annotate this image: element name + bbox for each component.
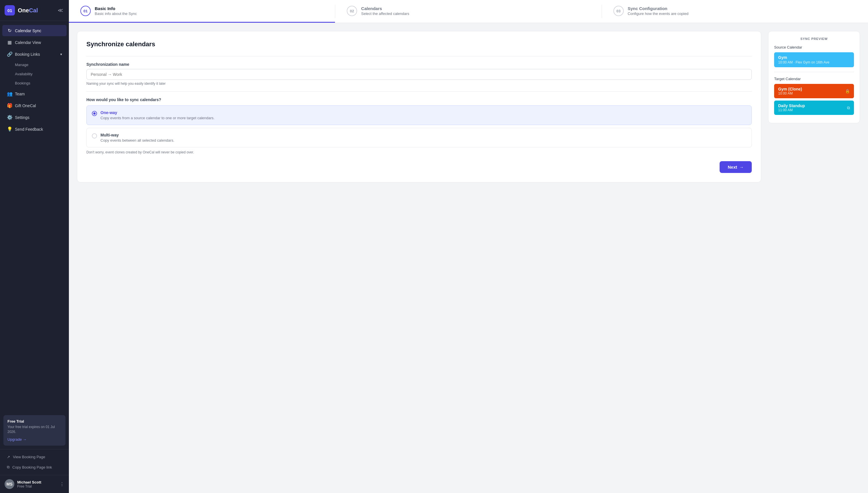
sidebar-item-calendar-view[interactable]: ▦ Calendar View	[2, 37, 67, 48]
step-info-1: Basic Info Basic info about the Sync	[95, 6, 137, 16]
sidebar-item-label: Team	[15, 92, 25, 96]
sync-option-one-way[interactable]: One-way Copy events from a source calend…	[86, 105, 752, 125]
sidebar-item-label: Settings	[15, 115, 29, 120]
stepper: 01 Basic Info Basic info about the Sync …	[69, 0, 868, 23]
main-content: 01 Basic Info Basic info about the Sync …	[69, 0, 868, 493]
preview-title: SYNC PREVIEW	[774, 37, 854, 41]
step-circle-3: 03	[613, 6, 624, 16]
step-basic-info[interactable]: 01 Basic Info Basic info about the Sync	[69, 0, 335, 23]
user-name: Michael Scott	[17, 480, 57, 485]
sidebar-item-label: Send Feedback	[15, 127, 43, 132]
sidebar-item-label: Calendar Sync	[15, 28, 41, 33]
target-event-0-time: 10:00 AM	[778, 91, 802, 95]
radio-one-way-desc: Copy events from a source calendar to on…	[100, 116, 214, 120]
link-label: Copy Booking Page link	[12, 465, 52, 469]
feedback-icon: 💡	[7, 126, 12, 132]
source-calendar-label: Source Calendar	[774, 45, 854, 49]
calendar-view-icon: ▦	[7, 40, 12, 45]
sidebar-item-label: Calendar View	[15, 40, 41, 45]
source-event: Gym 10:00 AM · Flex Gym on 16th Ave	[774, 52, 854, 67]
source-event-title: Gym	[778, 55, 850, 60]
copy-booking-link[interactable]: ⧉ Copy Booking Page link	[2, 462, 67, 472]
step-info-2: Calendars Select the affected calendars	[361, 6, 409, 16]
source-event-time: 10:00 AM · Flex Gym on 16th Ave	[778, 60, 850, 64]
sidebar-item-settings[interactable]: ⚙️ Settings	[2, 112, 67, 123]
target-event-1-time: 11:00 AM	[778, 108, 805, 112]
sidebar-item-label: Gift OneCal	[15, 103, 36, 108]
sync-name-label: Synchronization name	[86, 62, 752, 67]
radio-multi-way[interactable]	[92, 133, 97, 138]
sidebar-nav: ↻ Calendar Sync ▦ Calendar View 🔗 Bookin…	[0, 21, 69, 412]
radio-multi-way-title: Multi-way	[100, 133, 174, 137]
lock-icon: 🔒	[845, 89, 850, 93]
page-body: Synchronize calendars Synchronization na…	[69, 23, 868, 493]
user-info: Michael Scott Free Trial	[17, 480, 57, 488]
radio-multi-way-content: Multi-way Copy events between all select…	[100, 133, 174, 143]
link-label: View Booking Page	[13, 455, 45, 459]
divider-2	[86, 91, 752, 92]
target-event-0-title: Gym (Clone)	[778, 87, 802, 91]
form-card: Synchronize calendars Synchronization na…	[77, 31, 761, 183]
step-circle-1: 01	[81, 6, 91, 16]
step-desc-3: Configure how the events are copied	[628, 12, 689, 16]
sync-name-hint: Naming your sync will help you easily id…	[86, 82, 752, 86]
sync-name-input[interactable]	[86, 69, 752, 80]
next-button-label: Next	[728, 165, 737, 170]
free-trial-title: Free Trial	[7, 419, 62, 424]
form-title: Synchronize calendars	[86, 41, 752, 48]
step-sync-config[interactable]: 03 Sync Configuration Configure how the …	[602, 0, 868, 23]
form-footer: Next →	[86, 161, 752, 173]
sidebar-item-label: Booking Links	[15, 52, 40, 57]
preview-separator	[774, 72, 854, 72]
sidebar-subitem-label: Bookings	[15, 81, 30, 85]
gift-icon: 🎁	[7, 103, 12, 108]
sidebar-subitem-availability[interactable]: Availability	[2, 69, 67, 79]
radio-one-way[interactable]	[92, 111, 97, 116]
sync-type-question: How would you like to sync calendars?	[86, 98, 752, 102]
sidebar-subitem-bookings[interactable]: Bookings	[2, 79, 67, 88]
sidebar-item-booking-links[interactable]: 🔗 Booking Links ▾	[2, 48, 67, 60]
sidebar-logo: 01 OneCal ≪	[0, 0, 69, 21]
target-event-1-title: Daily Standup	[778, 103, 805, 108]
sidebar-item-team[interactable]: 👥 Team	[2, 88, 67, 100]
next-button[interactable]: Next →	[719, 161, 752, 173]
divider-1	[86, 56, 752, 56]
target-event-0: Gym (Clone) 10:00 AM 🔒	[774, 84, 854, 98]
step-label-2: Calendars	[361, 6, 409, 11]
target-event-1: Daily Standup 11:00 AM ⧉	[774, 101, 854, 115]
user-plan: Free Trial	[17, 485, 57, 488]
user-menu-button[interactable]: ⋮	[60, 481, 64, 487]
logo-text: OneCal	[18, 7, 38, 14]
sidebar-subitem-manage[interactable]: Manage	[2, 60, 67, 69]
chevron-down-icon: ▾	[60, 52, 62, 56]
settings-icon: ⚙️	[7, 115, 12, 120]
view-booking-page-link[interactable]: ↗ View Booking Page	[2, 452, 67, 462]
sidebar-item-send-feedback[interactable]: 💡 Send Feedback	[2, 124, 67, 135]
free-trial-box: Free Trial Your free trial expires on 01…	[3, 415, 65, 446]
clone-note: Don't worry, event clones created by One…	[86, 150, 752, 154]
calendar-sync-icon: ↻	[7, 28, 12, 33]
target-calendar-label: Target Calendar	[774, 77, 854, 81]
step-desc-1: Basic info about the Sync	[95, 12, 137, 16]
sync-option-multi-way[interactable]: Multi-way Copy events between all select…	[86, 128, 752, 147]
sidebar-collapse-button[interactable]: ≪	[56, 6, 64, 15]
step-circle-2: 02	[347, 6, 357, 16]
sidebar-item-calendar-sync[interactable]: ↻ Calendar Sync	[2, 25, 67, 36]
target-event-1-info: Daily Standup 11:00 AM	[778, 103, 805, 112]
step-calendars[interactable]: 02 Calendars Select the affected calenda…	[335, 0, 601, 23]
free-trial-description: Your free trial expires on 01 Jul 2026.	[7, 425, 62, 434]
team-icon: 👥	[7, 91, 12, 97]
sidebar-item-gift-onecal[interactable]: 🎁 Gift OneCal	[2, 100, 67, 111]
avatar: MS	[5, 479, 14, 489]
sidebar: 01 OneCal ≪ ↻ Calendar Sync ▦ Calendar V…	[0, 0, 69, 493]
sidebar-subitem-label: Manage	[15, 63, 28, 67]
booking-links-icon: 🔗	[7, 51, 12, 57]
copy-icon: ⧉	[7, 465, 9, 469]
radio-one-way-title: One-way	[100, 110, 214, 115]
arrow-right-icon: →	[739, 165, 744, 170]
step-info-3: Sync Configuration Configure how the eve…	[628, 6, 689, 16]
external-link-icon: ↗	[7, 455, 10, 459]
target-event-0-info: Gym (Clone) 10:00 AM	[778, 87, 802, 95]
upgrade-button[interactable]: Upgrade →	[7, 437, 26, 442]
logo-badge: 01	[5, 5, 15, 16]
